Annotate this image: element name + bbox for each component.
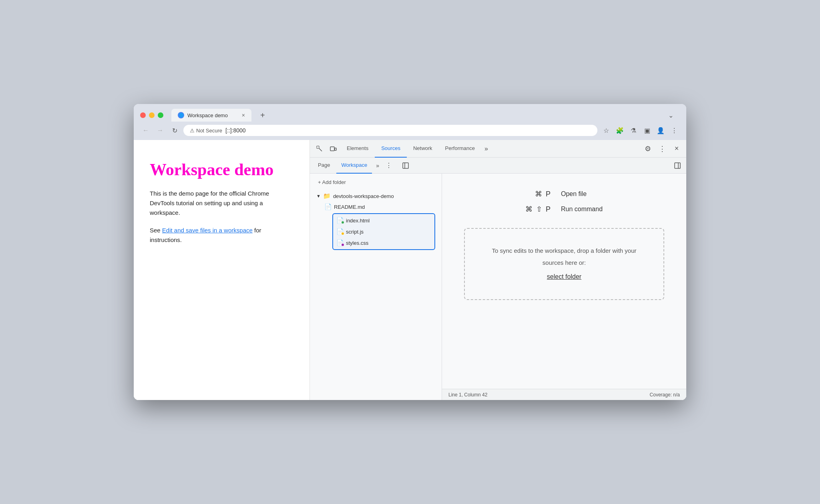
profile-icon[interactable]: 👤 xyxy=(655,125,666,136)
svg-rect-4 xyxy=(403,163,408,168)
inspect-element-icon[interactable] xyxy=(313,142,326,155)
browser-tab[interactable]: 🌐 Workspace demo × xyxy=(171,109,251,122)
tab-title: Workspace demo xyxy=(187,112,228,118)
list-item[interactable]: 📄 script.js xyxy=(333,226,434,237)
file-icon-css: 📄 xyxy=(336,239,344,247)
labs-icon[interactable]: ⚗ xyxy=(628,125,639,136)
tab-favicon: 🌐 xyxy=(178,112,184,118)
tab-menu-button[interactable]: ⌄ xyxy=(662,110,680,121)
editor-main: ⌘ P Open file ⌘ ⇧ P Run command To sync … xyxy=(442,174,686,389)
file-icon-html: 📄 xyxy=(336,216,344,224)
tab-performance[interactable]: Performance xyxy=(439,140,481,158)
devtools-topbar-actions: ⚙ ⋮ × xyxy=(641,142,683,155)
more-tabs-button[interactable]: » xyxy=(481,145,491,152)
tab-elements[interactable]: Elements xyxy=(340,140,375,158)
shortcut-open-file-label: Open file xyxy=(561,190,609,198)
sub-tab-page[interactable]: Page xyxy=(313,158,335,174)
minimize-button[interactable] xyxy=(149,112,155,118)
new-tab-button[interactable]: + xyxy=(255,109,270,122)
file-name-html: index.html xyxy=(346,218,370,224)
refresh-button[interactable]: ↻ xyxy=(169,125,180,136)
sub-tab-workspace[interactable]: Workspace xyxy=(336,158,372,174)
traffic-lights xyxy=(140,112,163,118)
svg-rect-2 xyxy=(330,147,334,151)
svg-rect-0 xyxy=(317,146,319,148)
security-indicator: ⚠ Not Secure xyxy=(190,128,222,134)
editor-toggle-icon[interactable] xyxy=(399,159,412,172)
highlighted-files-box: 📄 index.html 📄 xyxy=(332,213,435,250)
browser-menu-icon[interactable]: ⋮ xyxy=(669,125,680,136)
address-actions: ☆ 🧩 ⚗ ▣ 👤 ⋮ xyxy=(601,125,680,136)
address-input[interactable]: ⚠ Not Secure [::]:8000 xyxy=(183,125,597,136)
folder-arrow-icon: ▼ xyxy=(316,194,321,198)
svg-line-1 xyxy=(319,148,322,151)
select-folder-button[interactable]: select folder xyxy=(489,270,639,283)
file-icon-js: 📄 xyxy=(336,228,344,236)
file-name-js: script.js xyxy=(346,229,364,235)
page-title: Workspace demo xyxy=(150,160,293,179)
folder-children: 📄 README.md 📄 xyxy=(313,201,438,250)
browser-window: 🌐 Workspace demo × + ⌄ ← → ↻ ⚠ Not Secur… xyxy=(134,104,686,400)
list-item[interactable]: 📄 index.html xyxy=(333,215,434,226)
address-bar: ← → ↻ ⚠ Not Secure [::]:8000 ☆ 🧩 ⚗ ▣ 👤 ⋮ xyxy=(134,122,686,140)
device-toolbar-icon[interactable] xyxy=(327,142,340,155)
more-options-icon[interactable]: ⋮ xyxy=(656,142,669,155)
maximize-button[interactable] xyxy=(158,112,163,118)
devtools-topbar: Elements Sources Network Performance » ⚙ xyxy=(310,140,686,158)
bookmark-icon[interactable]: ☆ xyxy=(601,125,612,136)
status-bar: Line 1, Column 42 Coverage: n/a xyxy=(442,389,686,400)
file-name-readme: README.md xyxy=(334,204,365,210)
devtools-panel: Elements Sources Network Performance » ⚙ xyxy=(310,140,686,400)
add-folder-button[interactable]: + Add folder xyxy=(313,177,438,188)
shortcut-run-command: ⌘ ⇧ P Run command xyxy=(484,205,644,214)
page-body: This is the demo page for the official C… xyxy=(150,189,293,218)
shortcut-run-command-keys: ⌘ ⇧ P xyxy=(519,205,551,214)
folder-name: devtools-workspace-demo xyxy=(333,193,394,199)
svg-rect-6 xyxy=(675,163,680,168)
shortcut-run-command-label: Run command xyxy=(561,206,609,213)
extensions-icon[interactable]: 🧩 xyxy=(614,125,625,136)
editor-area: ⌘ P Open file ⌘ ⇧ P Run command To sync … xyxy=(442,174,686,400)
close-button[interactable] xyxy=(140,112,146,118)
close-devtools-icon[interactable]: × xyxy=(670,142,683,155)
collapse-panel-icon[interactable] xyxy=(672,160,683,171)
file-name-css: styles.css xyxy=(346,240,368,246)
sidebar-icon[interactable]: ▣ xyxy=(641,125,653,136)
tab-close-button[interactable]: × xyxy=(242,112,245,118)
browser-content: Workspace demo This is the demo page for… xyxy=(134,140,686,400)
coverage-status: Coverage: n/a xyxy=(650,392,680,398)
folder-item[interactable]: ▼ 📁 devtools-workspace-demo xyxy=(313,191,438,201)
tab-network[interactable]: Network xyxy=(407,140,439,158)
sub-tab-menu-button[interactable]: ⋮ xyxy=(383,162,394,169)
settings-icon[interactable]: ⚙ xyxy=(641,142,654,155)
drop-zone[interactable]: To sync edits to the workspace, drop a f… xyxy=(464,228,664,300)
synced-dot-css xyxy=(341,243,344,246)
devtools-tabs: Elements Sources Network Performance » xyxy=(340,140,641,158)
synced-dot-js xyxy=(341,232,344,235)
drop-zone-text: To sync edits to the workspace, drop a f… xyxy=(492,247,636,266)
page-content: Workspace demo This is the demo page for… xyxy=(134,140,310,400)
list-item[interactable]: 📄 styles.css xyxy=(333,237,434,248)
tab-sources[interactable]: Sources xyxy=(375,140,407,158)
cursor-position: Line 1, Column 42 xyxy=(448,392,487,398)
page-see-text: See Edit and save files in a workspace f… xyxy=(150,226,293,245)
back-button[interactable]: ← xyxy=(140,125,151,136)
title-bar: 🌐 Workspace demo × + ⌄ xyxy=(134,104,686,122)
shortcut-open-file-keys: ⌘ P xyxy=(519,190,551,198)
forward-button[interactable]: → xyxy=(155,125,166,136)
synced-dot-html xyxy=(341,221,344,224)
devtools-body: + Add folder ▼ 📁 devtools-workspace-demo… xyxy=(310,174,686,400)
more-sub-tabs-button[interactable]: » xyxy=(374,162,382,169)
folder-icon: 📁 xyxy=(323,192,331,200)
file-tree-panel: + Add folder ▼ 📁 devtools-workspace-demo… xyxy=(310,174,442,400)
shortcut-open-file: ⌘ P Open file xyxy=(484,190,644,198)
url-text: [::]:8000 xyxy=(225,127,246,134)
file-icon-readme: 📄 xyxy=(324,203,332,211)
workspace-folder: ▼ 📁 devtools-workspace-demo 📄 README.md xyxy=(310,191,442,250)
svg-rect-3 xyxy=(335,148,336,150)
workspace-link[interactable]: Edit and save files in a workspace xyxy=(162,227,253,234)
devtools-subbar: Page Workspace » ⋮ xyxy=(310,158,686,174)
list-item[interactable]: 📄 README.md xyxy=(321,201,438,212)
